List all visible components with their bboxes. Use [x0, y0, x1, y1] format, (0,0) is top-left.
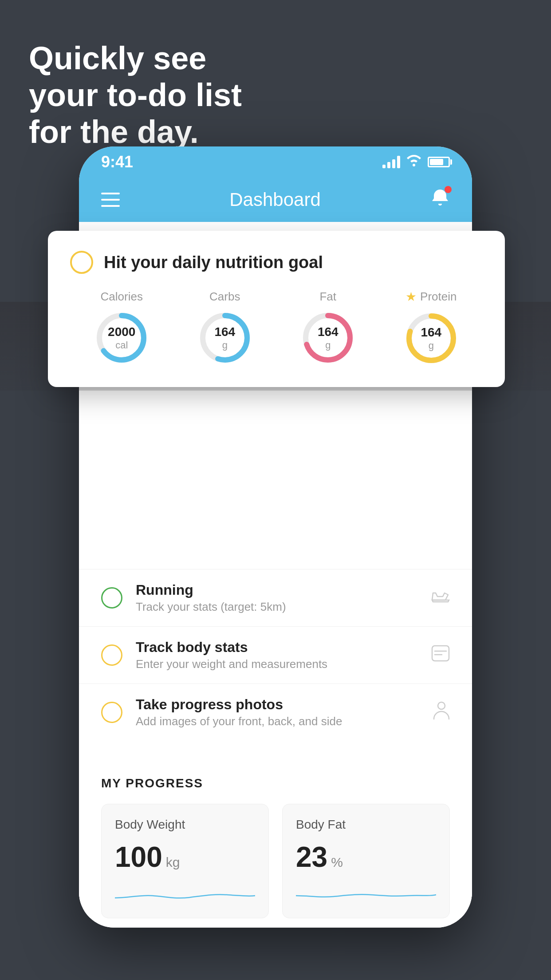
- protein-value: 164 g: [421, 325, 441, 352]
- progress-header: MY PROGRESS: [101, 776, 450, 790]
- calories-value: 2000 cal: [108, 324, 135, 351]
- nav-bar: Dashboard: [79, 178, 472, 222]
- nutrition-card-header: Hit your daily nutrition goal: [70, 251, 483, 274]
- protein-donut: 164 g: [402, 309, 460, 367]
- battery-icon: [428, 157, 450, 167]
- calories-stat: Calories 2000 cal: [93, 290, 150, 367]
- wifi-icon: [406, 155, 421, 170]
- body-weight-card[interactable]: Body Weight 100 kg: [101, 804, 269, 918]
- body-weight-value: 100 kg: [115, 841, 255, 873]
- protein-label: ★ Protein: [405, 289, 457, 304]
- status-icons: [382, 155, 450, 170]
- body-weight-title: Body Weight: [115, 818, 255, 832]
- headline: Quickly see your to-do list for the day.: [29, 40, 242, 150]
- body-fat-card[interactable]: Body Fat 23 %: [282, 804, 450, 918]
- body-fat-title: Body Fat: [296, 818, 436, 832]
- nutrition-card: Hit your daily nutrition goal Calories 2…: [48, 231, 505, 387]
- status-time: 9:41: [101, 153, 133, 171]
- list-item[interactable]: Take progress photos Add images of your …: [79, 684, 472, 741]
- nutrition-card-title: Hit your daily nutrition goal: [104, 253, 323, 272]
- hamburger-line: [101, 205, 120, 207]
- svg-rect-0: [432, 646, 449, 661]
- fat-value: 164 g: [318, 324, 338, 351]
- todo-title-running: Running: [136, 582, 418, 598]
- calories-donut: 2000 cal: [93, 309, 150, 367]
- nutrition-check-circle: [70, 251, 93, 274]
- hamburger-line: [101, 193, 120, 194]
- fat-label: Fat: [319, 290, 336, 304]
- body-weight-sparkline: [115, 882, 255, 905]
- fat-stat: Fat 164 g: [299, 290, 357, 367]
- todo-sub-running: Track your stats (target: 5km): [136, 600, 418, 614]
- todo-circle-photos: [101, 702, 122, 723]
- protein-stat: ★ Protein 164 g: [402, 289, 460, 367]
- hamburger-line: [101, 199, 120, 201]
- todo-circle-running: [101, 587, 122, 609]
- todo-sub-photos: Add images of your front, back, and side: [136, 715, 420, 728]
- carbs-stat: Carbs 164 g: [196, 290, 254, 367]
- scale-icon: [431, 645, 450, 666]
- todo-title-photos: Take progress photos: [136, 696, 420, 713]
- body-fat-sparkline: [296, 882, 436, 905]
- todo-text-running: Running Track your stats (target: 5km): [136, 582, 418, 614]
- body-fat-value: 23 %: [296, 841, 436, 873]
- list-item[interactable]: Running Track your stats (target: 5km): [79, 569, 472, 626]
- todo-text-bodystats: Track body stats Enter your weight and m…: [136, 639, 418, 671]
- carbs-donut: 164 g: [196, 309, 254, 367]
- todo-title-bodystats: Track body stats: [136, 639, 418, 656]
- carbs-value: 164 g: [214, 324, 235, 351]
- nutrition-stats: Calories 2000 cal Carbs: [70, 289, 483, 367]
- todo-text-photos: Take progress photos Add images of your …: [136, 696, 420, 728]
- todo-sub-bodystats: Enter your weight and measurements: [136, 657, 418, 671]
- status-bar: 9:41: [79, 146, 472, 178]
- todo-list: Running Track your stats (target: 5km) T…: [79, 569, 472, 741]
- list-item[interactable]: Track body stats Enter your weight and m…: [79, 626, 472, 684]
- svg-point-1: [438, 702, 445, 709]
- calories-label: Calories: [101, 290, 143, 304]
- shoe-icon: [431, 589, 450, 608]
- notification-dot: [445, 186, 452, 193]
- carbs-label: Carbs: [209, 290, 240, 304]
- person-icon: [433, 701, 450, 724]
- nav-title: Dashboard: [229, 189, 320, 210]
- signal-bars-icon: [382, 156, 400, 168]
- notification-bell-icon[interactable]: [430, 188, 450, 212]
- todo-circle-bodystats: [101, 644, 122, 666]
- fat-donut: 164 g: [299, 309, 357, 367]
- progress-cards: Body Weight 100 kg Body Fat 23: [101, 804, 450, 918]
- progress-section: MY PROGRESS Body Weight 100 kg Body: [79, 754, 472, 918]
- hamburger-menu[interactable]: [101, 193, 120, 207]
